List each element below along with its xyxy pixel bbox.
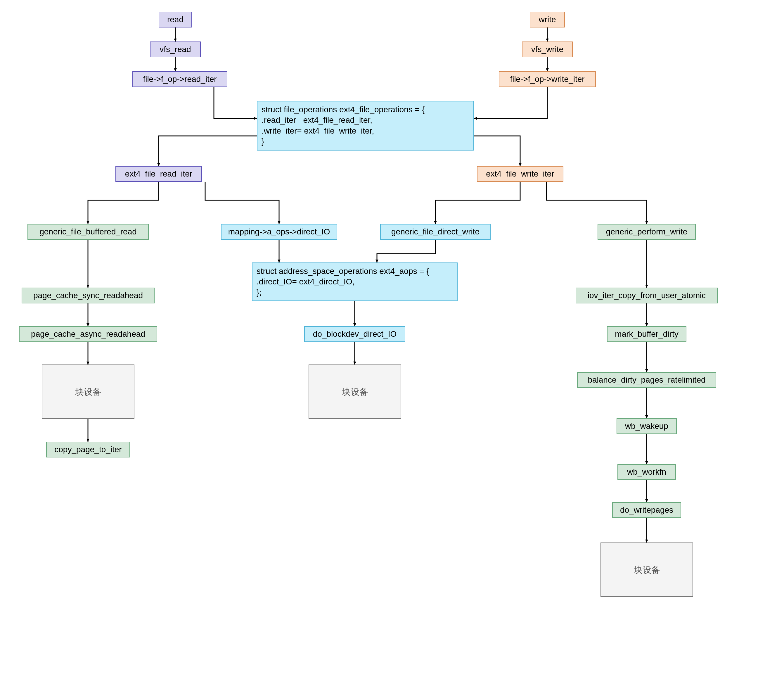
label: file->f_op->write_iter (510, 74, 584, 84)
label: page_cache_sync_readahead (33, 290, 143, 301)
label: balance_dirty_pages_ratelimited (588, 375, 705, 385)
label: file->f_op->read_iter (143, 74, 217, 84)
node-write-iter: file->f_op->write_iter (499, 71, 596, 87)
node-balance-dirty-pages: balance_dirty_pages_ratelimited (577, 372, 716, 388)
node-file-operations: struct file_operations ext4_file_operati… (257, 101, 474, 150)
label: vfs_write (531, 44, 563, 55)
label: struct address_space_operations ext4_aop… (256, 266, 429, 298)
node-page-cache-sync-readahead: page_cache_sync_readahead (22, 288, 155, 304)
label: copy_page_to_iter (55, 444, 122, 455)
node-mark-buffer-dirty: mark_buffer_dirty (607, 326, 686, 342)
label: 块设备 (634, 564, 660, 576)
label: ext4_file_write_iter (486, 169, 554, 179)
node-vfs-write: vfs_write (522, 42, 573, 57)
label: page_cache_async_readahead (31, 329, 145, 340)
label: generic_perform_write (606, 227, 687, 237)
label: generic_file_direct_write (391, 227, 479, 237)
label: wb_workfn (627, 467, 666, 477)
label: 块设备 (342, 386, 368, 397)
node-generic-perform-write: generic_perform_write (598, 224, 696, 240)
label: write (539, 14, 556, 25)
label: vfs_read (159, 44, 191, 55)
label: read (167, 14, 184, 25)
node-write: write (530, 12, 565, 28)
node-block-device-1: 块设备 (42, 365, 134, 419)
node-page-cache-async-readahead: page_cache_async_readahead (19, 326, 157, 342)
label: 块设备 (75, 386, 102, 397)
node-read: read (159, 12, 192, 28)
label: do_blockdev_direct_IO (313, 329, 397, 340)
node-generic-file-buffered-read: generic_file_buffered_read (28, 224, 149, 240)
label: iov_iter_copy_from_user_atomic (588, 290, 706, 301)
node-do-blockdev-direct-io: do_blockdev_direct_IO (304, 326, 405, 342)
label: generic_file_buffered_read (39, 227, 137, 237)
label: mark_buffer_dirty (615, 329, 678, 340)
flowchart-canvas: read vfs_read file->f_op->read_iter writ… (0, 0, 784, 679)
node-block-device-2: 块设备 (309, 365, 401, 419)
node-ext4-read-iter: ext4_file_read_iter (116, 166, 202, 182)
node-iov-iter-copy: iov_iter_copy_from_user_atomic (576, 288, 718, 304)
node-address-space-operations: struct address_space_operations ext4_aop… (252, 263, 458, 301)
node-do-writepages: do_writepages (612, 502, 681, 518)
label: struct file_operations ext4_file_operati… (262, 104, 425, 147)
node-read-iter: file->f_op->read_iter (133, 71, 227, 87)
label: mapping->a_ops->direct_IO (228, 227, 330, 237)
node-wb-wakeup: wb_wakeup (617, 418, 677, 434)
node-wb-workfn: wb_workfn (617, 464, 676, 480)
label: ext4_file_read_iter (125, 169, 192, 179)
node-mapping-direct-io: mapping->a_ops->direct_IO (221, 224, 337, 240)
label: do_writepages (620, 505, 673, 515)
node-ext4-write-iter: ext4_file_write_iter (477, 166, 563, 182)
node-block-device-3: 块设备 (600, 543, 693, 597)
label: wb_wakeup (625, 421, 668, 432)
node-copy-page-to-iter: copy_page_to_iter (46, 442, 130, 457)
node-vfs-read: vfs_read (150, 42, 201, 57)
node-generic-file-direct-write: generic_file_direct_write (380, 224, 490, 240)
